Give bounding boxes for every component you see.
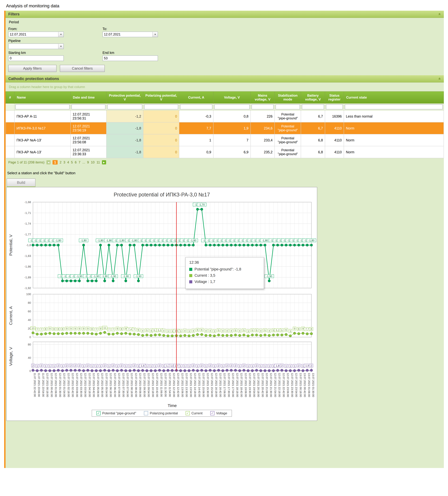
voltage-point xyxy=(171,369,173,372)
potential-point xyxy=(45,244,47,246)
page-button-current[interactable]: 1 xyxy=(53,160,58,165)
potential-point xyxy=(171,244,173,246)
svg-text:9: 9 xyxy=(79,327,80,330)
legend-current-checkbox[interactable]: ✓ xyxy=(186,411,190,415)
legend-voltage: ✓Voltage xyxy=(210,411,227,415)
table-row[interactable]: ПКЗ-АР А-11 12.07.2021 23:56:31 -1,2 0 -… xyxy=(6,110,444,122)
x-tick-label: 12.07.2021 12:18:00 xyxy=(173,373,176,397)
x-tick-label: 12.07.2021 09:54:00 xyxy=(147,373,150,397)
voltage-point xyxy=(293,370,296,372)
table-row[interactable]: ПКЗ-АР №А-13' 12.07.2021 23:56:08 -1,8 0… xyxy=(6,134,444,146)
monitoring-chart[interactable]: -1,68-1,71-1,74-1,77-1,8-1,83-1,86-1,89-… xyxy=(7,200,317,409)
to-date-dropdown-button[interactable]: ▾ xyxy=(152,32,158,37)
apply-filters-button[interactable]: Apply filters xyxy=(8,65,57,72)
filter-input-state[interactable] xyxy=(345,104,443,109)
current-point xyxy=(184,334,186,337)
filter-input-name[interactable] xyxy=(15,104,70,109)
column-header-mains[interactable]: Mains voltage, V xyxy=(251,92,275,103)
legend-potential-checkbox[interactable]: ✓ xyxy=(96,411,101,415)
column-header-datetime[interactable]: Date and time xyxy=(71,92,106,103)
cancel-filters-button[interactable]: Cancel filters xyxy=(60,65,105,72)
x-tick-label: 12.07.2021 10:18:00 xyxy=(151,373,154,397)
page-button[interactable]: 6 xyxy=(75,160,77,164)
svg-text:7: 7 xyxy=(36,328,38,331)
potential-point xyxy=(285,244,287,246)
svg-text:3: 3 xyxy=(289,330,291,333)
column-header-voltage[interactable]: Voltage, V xyxy=(213,92,251,103)
filter-input-voltage[interactable] xyxy=(214,104,250,109)
from-date-dropdown-button[interactable]: ▾ xyxy=(58,32,63,37)
filter-input-status[interactable] xyxy=(326,104,343,109)
pipeline-input[interactable] xyxy=(9,44,58,49)
filter-input-current[interactable] xyxy=(180,104,212,109)
potential-point-label: -1,80 xyxy=(189,239,198,242)
voltage-point xyxy=(201,369,203,372)
potential-point xyxy=(49,244,51,246)
pagination: Page 1 of 11 (208 items) ◀ 1 2 3 4 5 6 7… xyxy=(6,158,444,167)
svg-text:2: 2 xyxy=(193,364,194,367)
page-button[interactable]: 9 xyxy=(87,160,89,164)
current-point xyxy=(226,334,228,337)
svg-text:2: 2 xyxy=(87,364,89,367)
legend-polarizing-checkbox[interactable] xyxy=(144,411,148,415)
x-tick-label: 12.07.2021 13:06:00 xyxy=(181,373,184,397)
voltage-point-label: 2 xyxy=(255,364,258,367)
column-header-stabilization[interactable]: Stabilization mode xyxy=(275,92,301,103)
table-row[interactable]: ПКЗ-АР №А-13' 12.07.2021 23:36:33 -1,8 0… xyxy=(6,146,444,158)
page-button[interactable]: 3 xyxy=(63,160,65,164)
column-header-state[interactable]: Current state xyxy=(344,92,444,103)
to-date-input[interactable] xyxy=(103,32,152,37)
voltage-point-label: 2 xyxy=(297,364,300,367)
voltage-point-label: 1 xyxy=(36,364,39,368)
filter-input-protective[interactable] xyxy=(107,104,142,109)
column-header-index[interactable]: # xyxy=(6,92,15,103)
current-y-tick: 100 xyxy=(26,293,31,296)
column-header-battery[interactable]: Battery voltage, V xyxy=(301,92,325,103)
page-button[interactable]: 4 xyxy=(67,160,69,164)
current-axis-title: Current, A xyxy=(8,306,13,325)
x-tick-label: 12.07.2021 08:18:00 xyxy=(130,373,133,397)
cell-state: Norm xyxy=(344,134,444,146)
column-header-status[interactable]: Status register xyxy=(325,92,344,103)
page-button[interactable]: 10 xyxy=(91,160,95,164)
voltage-point xyxy=(91,370,93,372)
column-header-current[interactable]: Current, A xyxy=(179,92,213,103)
end-km-input[interactable] xyxy=(103,55,158,61)
legend-voltage-checkbox[interactable]: ✓ xyxy=(210,411,214,415)
pipeline-dropdown-button[interactable]: ▾ xyxy=(58,44,63,49)
voltage-point-label: 1 xyxy=(179,364,182,368)
page-prev-button[interactable]: ◀ xyxy=(46,160,51,164)
column-header-polarizing[interactable]: Polarizing potential, V xyxy=(143,92,179,103)
filter-input-polarizing[interactable] xyxy=(144,104,178,109)
page-next-button[interactable]: ▶ xyxy=(102,160,106,164)
table-row[interactable]: ИПКЗ-РА-3,0 №17 12.07.2021 23:56:19 -1,8… xyxy=(6,122,444,134)
voltage-point xyxy=(306,369,308,372)
filter-input-stabilization[interactable] xyxy=(276,104,300,109)
page-button[interactable]: 2 xyxy=(60,160,61,164)
stations-collapse-icon[interactable]: « xyxy=(438,78,442,80)
build-button[interactable]: Build xyxy=(7,179,35,186)
potential-point xyxy=(40,244,43,246)
potential-point xyxy=(108,244,110,246)
filter-input-mains[interactable] xyxy=(252,104,274,109)
svg-text:9: 9 xyxy=(294,327,295,330)
filters-collapse-icon[interactable]: « xyxy=(438,13,442,16)
current-point-label: 4 xyxy=(183,329,186,332)
potential-point-label: -1,80 xyxy=(104,239,113,242)
x-tick-label: 12.07.2021 15:30:00 xyxy=(206,373,209,397)
page-button[interactable]: 5 xyxy=(71,160,73,164)
svg-text:8: 8 xyxy=(298,327,299,330)
page-button[interactable]: 11 xyxy=(97,160,100,164)
svg-text:-1,70: -1,70 xyxy=(199,203,205,206)
filter-input-battery[interactable] xyxy=(302,104,324,109)
current-y-tick: 60 xyxy=(28,310,31,313)
voltage-point xyxy=(184,370,186,372)
starting-km-input[interactable] xyxy=(8,55,64,61)
from-date-input[interactable] xyxy=(9,32,58,37)
voltage-point-label: 1 xyxy=(116,364,119,368)
filter-input-datetime[interactable] xyxy=(72,104,105,109)
voltage-point-label: 2 xyxy=(31,364,35,367)
page-button[interactable]: 7 xyxy=(78,160,80,164)
column-header-name[interactable]: Name xyxy=(15,92,71,103)
column-header-protective[interactable]: Protective potential, V xyxy=(106,92,143,103)
